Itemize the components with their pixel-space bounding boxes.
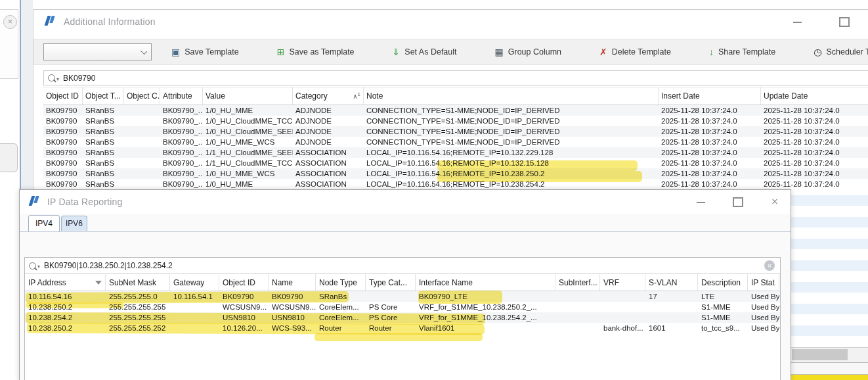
background-collapsed-tab[interactable]	[0, 143, 18, 172]
maximize-button[interactable]	[731, 195, 745, 208]
scheduler-template-button[interactable]: ◷ Scheduler Templa	[814, 47, 868, 57]
additional-info-titlebar: Additional Information	[33, 10, 868, 34]
app-logo-icon	[28, 196, 43, 207]
column-header-note[interactable]: Note	[364, 87, 659, 105]
group-column-icon: ▦	[495, 47, 504, 57]
column-header-interface-name[interactable]: Interface Name	[416, 274, 555, 291]
table-row[interactable]: BK09790 SRanBS BK09790_... 1/0_HU_MME AS…	[43, 179, 868, 189]
maximize-button[interactable]	[837, 15, 852, 28]
screen: × Additional Information ▣ Save Template…	[0, 0, 868, 380]
column-header-update-date[interactable]: Update Date	[761, 87, 868, 105]
template-dropdown[interactable]	[43, 43, 152, 60]
column-header-name[interactable]: Name	[269, 274, 316, 291]
column-header-value[interactable]: Value	[203, 87, 293, 105]
additional-info-search-input[interactable]: ▾ BK09790	[43, 70, 868, 85]
column-header-s-vlan[interactable]: S-VLAN	[645, 274, 698, 291]
additional-info-table: Object ID Object T... Object C... Attrib…	[43, 87, 868, 189]
tab-ipv4[interactable]: IPV4	[28, 215, 60, 231]
search-value: BK09790	[63, 74, 95, 83]
window-title: IP Data Reporting	[47, 197, 122, 207]
chevron-down-icon	[141, 48, 147, 55]
minimize-button[interactable]	[693, 195, 708, 208]
highlighted-background-row	[779, 374, 868, 380]
table-row[interactable]: 10.238.254.2 255.255.255.255 USN9810 USN…	[25, 312, 780, 323]
column-header-category[interactable]: Category ∧1	[293, 87, 364, 105]
table-row[interactable]: BK09790 SRanBS BK09790_... 1/0_HU_MME_WC…	[43, 137, 868, 147]
column-header-ip-status[interactable]: IP Stat	[748, 274, 779, 291]
close-button[interactable]: ×	[768, 195, 782, 208]
table-row[interactable]: BK09790 SRanBS BK09790_... 1/0_HU_MME_WC…	[43, 168, 868, 179]
search-icon	[29, 262, 36, 270]
table-row[interactable]: BK09790 SRanBS BK09790_... 1/0_HU_CloudM…	[43, 116, 868, 126]
column-header-object-id[interactable]: Object ID	[43, 87, 83, 105]
table-row[interactable]: BK09790 SRanBS BK09790_... 1/1_HU_CloudM…	[43, 147, 868, 158]
search-icon	[48, 74, 55, 82]
column-header-description[interactable]: Description	[698, 274, 748, 291]
sort-ascending-icon: ∧1	[353, 91, 360, 100]
delete-icon: ✗	[599, 47, 607, 57]
tab-ipv6[interactable]: IPV6	[61, 216, 87, 231]
column-header-gateway[interactable]: Gateway	[170, 274, 219, 291]
table-row[interactable]: BK09790 SRanBS BK09790_... 1/0_HU_CloudM…	[43, 126, 868, 137]
table-header-row: IP Address SubNet Mask Gateway Object ID…	[25, 274, 780, 291]
background-panel-fragment: ×	[0, 9, 18, 79]
window-title: Additional Information	[64, 16, 156, 27]
save-as-template-button[interactable]: ⊞ Save as Template	[277, 47, 355, 57]
filter-funnel-icon[interactable]	[95, 281, 102, 285]
scheduler-icon: ◷	[814, 47, 821, 57]
clear-search-icon[interactable]: ×	[764, 260, 775, 271]
column-header-vrf[interactable]: VRF	[600, 274, 645, 291]
column-header-node-type[interactable]: Node Type	[316, 274, 366, 291]
table-row[interactable]: BK09790 SRanBS BK09790_... 1/0_HU_MME AD…	[43, 105, 868, 116]
table-row[interactable]: 10.238.250.2 255.255.255.255 WCSUSN9... …	[25, 302, 780, 312]
delete-template-button[interactable]: ✗ Delete Template	[599, 47, 671, 57]
column-header-object-type[interactable]: Object T...	[83, 87, 124, 105]
save-as-icon: ⊞	[277, 47, 285, 57]
save-template-button[interactable]: ▣ Save Template	[171, 47, 239, 57]
table-header-row: Object ID Object T... Object C... Attrib…	[43, 87, 868, 105]
search-dropdown-caret-icon[interactable]: ▾	[56, 76, 59, 82]
table-body: BK09790 SRanBS BK09790_... 1/0_HU_MME AD…	[43, 105, 868, 189]
scrollbar-thumb[interactable]	[792, 349, 848, 360]
minimize-button[interactable]	[790, 15, 804, 28]
share-icon: ↓	[709, 47, 714, 57]
column-header-subnet-mask[interactable]: SubNet Mask	[106, 274, 170, 291]
column-header-object-c[interactable]: Object C...	[124, 87, 160, 105]
template-toolbar: ▣ Save Template ⊞ Save as Template ⇓ Set…	[33, 39, 868, 65]
window-ip-data-reporting: IP Data Reporting × IPV4 IPV6 ▾ BK09790|…	[19, 189, 791, 380]
ip-data-table: IP Address SubNet Mask Gateway Object ID…	[25, 274, 780, 333]
share-template-button[interactable]: ↓ Share Template	[709, 47, 775, 57]
group-column-button[interactable]: ▦ Group Column	[495, 47, 562, 57]
ip-data-titlebar: IP Data Reporting ×	[20, 190, 791, 214]
search-value: BK09790|10.238.250.2|10.238.254.2	[44, 261, 173, 270]
column-header-subinterface[interactable]: SubInterf...	[555, 274, 600, 291]
set-as-default-button[interactable]: ⇓ Set As Default	[393, 47, 457, 57]
table-row[interactable]: BK09790 SRanBS BK09790_... 1/1_HU_CloudM…	[43, 158, 868, 168]
column-header-attribute[interactable]: Attribute	[160, 87, 203, 105]
ip-data-panel: ▾ BK09790|10.238.250.2|10.238.254.2 × IP…	[24, 257, 781, 380]
close-circle-icon[interactable]: ×	[3, 15, 17, 29]
table-body: 10.116.54.16 255.255.255.0 10.116.54.1 B…	[25, 291, 780, 333]
column-header-ip-address[interactable]: IP Address	[25, 274, 106, 291]
column-header-type-category[interactable]: Type Cat...	[366, 274, 416, 291]
table-row[interactable]: 10.238.250.2 255.255.255.252 10.126.20..…	[25, 323, 780, 333]
column-header-insert-date[interactable]: Insert Date	[659, 87, 761, 105]
search-dropdown-caret-icon[interactable]: ▾	[37, 264, 40, 270]
tab-bar: IPV4 IPV6	[20, 214, 791, 232]
set-default-icon: ⇓	[393, 47, 401, 57]
app-logo-icon	[44, 16, 58, 27]
column-header-object-id[interactable]: Object ID	[219, 274, 269, 291]
table-row[interactable]: 10.116.54.16 255.255.255.0 10.116.54.1 B…	[25, 291, 780, 302]
save-icon: ▣	[171, 47, 180, 57]
ip-data-search-input[interactable]: ▾ BK09790|10.238.250.2|10.238.254.2 ×	[25, 258, 780, 274]
